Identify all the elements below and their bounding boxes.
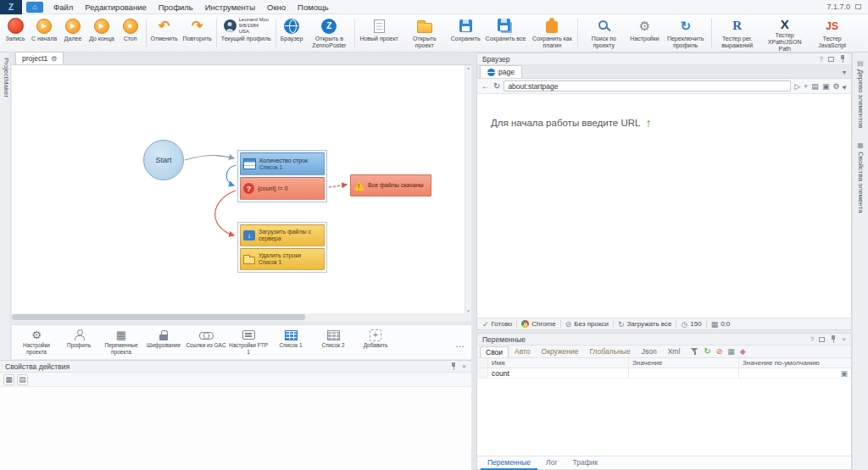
close-icon[interactable]: ×	[462, 362, 466, 370]
app-logo-icon[interactable]: Z	[0, 0, 22, 14]
save-all-button[interactable]: Сохранить все	[483, 15, 529, 51]
pin-icon[interactable]	[450, 362, 457, 370]
action-group-top[interactable]: Количество строк Список 1 ? {count} != 0	[237, 150, 327, 202]
project-search-button[interactable]: Поиск по проекту	[580, 15, 627, 51]
redo-button[interactable]: ↷ Повторить	[181, 15, 214, 51]
add-item-button[interactable]: + Добавить	[354, 328, 397, 349]
delete-rows-block[interactable]: Удалить строки Список 1	[240, 248, 325, 270]
menu-tools[interactable]: Инструменты	[199, 3, 261, 12]
tab-json[interactable]: Json	[637, 346, 662, 357]
tab-xml[interactable]: Xml	[663, 346, 686, 357]
window-icon[interactable]	[855, 4, 861, 9]
tab-element-properties[interactable]: ▦ Свойства элемента	[857, 141, 865, 213]
scroll-up-icon[interactable]: ▴	[467, 65, 470, 70]
project-settings-item[interactable]: ⚙ Настройки проекта	[15, 328, 58, 355]
variable-default-cell[interactable]: ▣	[739, 368, 851, 378]
regex-tester-button[interactable]: R Тестер рег. выражений	[714, 15, 761, 51]
page-source-icon[interactable]: ▤	[811, 82, 819, 91]
open-project-button[interactable]: Открыть проект	[401, 15, 448, 51]
more-items-button[interactable]: …	[455, 339, 468, 349]
pointer-icon[interactable]: ▸	[841, 81, 849, 90]
tab-own-variables[interactable]: Свои	[480, 346, 509, 357]
copy-icon[interactable]: ▣	[822, 82, 830, 91]
proxy-selector[interactable]: ⊘Без прокси	[565, 320, 609, 329]
canvas-horizontal-scrollbar[interactable]	[12, 313, 471, 321]
copy-icon[interactable]: ▣	[840, 369, 848, 377]
undo-button[interactable]: ↶ Отменить	[148, 15, 181, 51]
settings-button[interactable]: ⚙ Настройки	[627, 15, 661, 51]
left-dock-tab[interactable]: ProjectMaker	[1, 58, 10, 97]
variable-value-cell[interactable]	[629, 368, 739, 378]
refresh-icon[interactable]: ↻	[493, 82, 500, 91]
back-icon[interactable]: ←	[481, 82, 490, 91]
gear-icon[interactable]: ⚙	[832, 82, 839, 91]
column-default[interactable]: Значение по-умолчанию	[739, 358, 851, 368]
open-in-zennoposter-button[interactable]: Z Открыть в ZennoPoster	[305, 15, 353, 51]
maximize-icon[interactable]	[828, 57, 834, 62]
eraser-icon[interactable]: ◆	[740, 347, 746, 356]
alphabetical-view-button[interactable]: ▤	[17, 374, 28, 385]
close-icon[interactable]: ×	[842, 335, 846, 343]
add-tab-icon[interactable]: +	[804, 82, 808, 91]
ftp-settings-item[interactable]: Настройки FTP 1	[227, 328, 270, 355]
flow-canvas[interactable]: Start Количество строк Список 1 ? {count…	[12, 65, 465, 313]
action-group-bottom[interactable]: ↓ Загрузить файлы с сервера Удалить стро…	[237, 222, 327, 273]
stop-button[interactable]: ■ Стоп	[117, 15, 144, 51]
start-node[interactable]: Start	[143, 140, 184, 180]
play-from-start-button[interactable]: ▶ С начала	[29, 15, 59, 51]
tab-global-variables[interactable]: Глобальные	[584, 346, 635, 357]
download-files-block[interactable]: ↓ Загрузить файлы с сервера	[240, 224, 325, 246]
list1-item[interactable]: Список 1	[270, 328, 312, 349]
tab-variables[interactable]: Переменные	[481, 457, 537, 470]
step-next-button[interactable]: ▶ Далее	[59, 15, 86, 51]
filter-icon[interactable]	[691, 348, 698, 356]
delete-variable-icon[interactable]: ⊘	[716, 347, 723, 356]
column-name[interactable]: Имя	[488, 358, 629, 368]
timeout-indicator[interactable]: ◷150	[681, 320, 701, 329]
new-project-button[interactable]: Новый проект	[357, 15, 400, 51]
pin-icon[interactable]	[839, 55, 846, 63]
variable-name-cell[interactable]: count	[488, 368, 629, 378]
column-value[interactable]: Значение	[629, 358, 739, 368]
encryption-item[interactable]: Шифрование	[142, 328, 185, 349]
note-block[interactable]: ! Все файлы скачаны	[350, 174, 431, 196]
profile-item[interactable]: Профиль	[58, 328, 100, 349]
load-mode-selector[interactable]: ↻Загружать все	[618, 320, 671, 329]
project-tab-gear-icon[interactable]: ⚙	[51, 55, 57, 63]
tab-element-tree[interactable]: ▤ Дерево элементов	[857, 59, 865, 128]
address-bar[interactable]	[504, 80, 791, 91]
canvas-vertical-scrollbar[interactable]: ▴ ▾	[465, 65, 471, 313]
save-as-plugin-button[interactable]: Сохранить как плагин	[528, 15, 576, 51]
menu-profile[interactable]: Профиль	[153, 3, 199, 12]
menu-file[interactable]: Файл	[47, 3, 79, 12]
tab-auto-variables[interactable]: Авто	[509, 346, 536, 357]
tab-traffic[interactable]: Трафик	[566, 457, 605, 468]
grid-view-icon[interactable]: ▦	[727, 347, 735, 356]
xpath-tester-button[interactable]: X Тестер XPath/JSON Path	[761, 15, 809, 51]
scrollbar-thumb[interactable]	[12, 314, 305, 320]
condition-block[interactable]: ? {count} != 0	[240, 177, 325, 200]
browser-tab-page[interactable]: page	[480, 65, 522, 78]
maximize-icon[interactable]	[819, 337, 825, 342]
menu-window[interactable]: Окно	[261, 3, 292, 12]
js-tester-button[interactable]: JS Тестер JavaScript	[809, 15, 856, 51]
run-icon[interactable]: ▷	[794, 82, 800, 91]
help-icon[interactable]: ?	[820, 55, 823, 63]
table-row[interactable]: count ▣	[477, 368, 851, 379]
variables-table-body[interactable]	[477, 379, 851, 456]
current-profile-button[interactable]: Leonard Mco 9/8/1984 USA Текущий профиль	[219, 15, 274, 51]
row-selector[interactable]	[477, 368, 488, 378]
record-button[interactable]: Запись	[2, 15, 29, 51]
pin-icon[interactable]	[830, 335, 837, 343]
engine-selector[interactable]: Chrome	[521, 320, 555, 328]
count-rows-block[interactable]: Количество строк Список 1	[240, 152, 325, 175]
gac-links-item[interactable]: Ссылки из GAC	[185, 328, 227, 349]
help-icon[interactable]: ?	[810, 335, 814, 343]
tab-log[interactable]: Лог	[539, 457, 564, 468]
categorized-view-button[interactable]: ▦	[3, 374, 14, 385]
play-to-end-button[interactable]: ▶ До конца	[86, 15, 116, 51]
browser-button[interactable]: Браузер	[278, 15, 306, 51]
browser-viewport[interactable]: Для начала работы введите URL ↑	[477, 94, 851, 318]
menu-edit[interactable]: Редактирование	[79, 3, 152, 12]
save-button[interactable]: Сохранить	[448, 15, 483, 51]
